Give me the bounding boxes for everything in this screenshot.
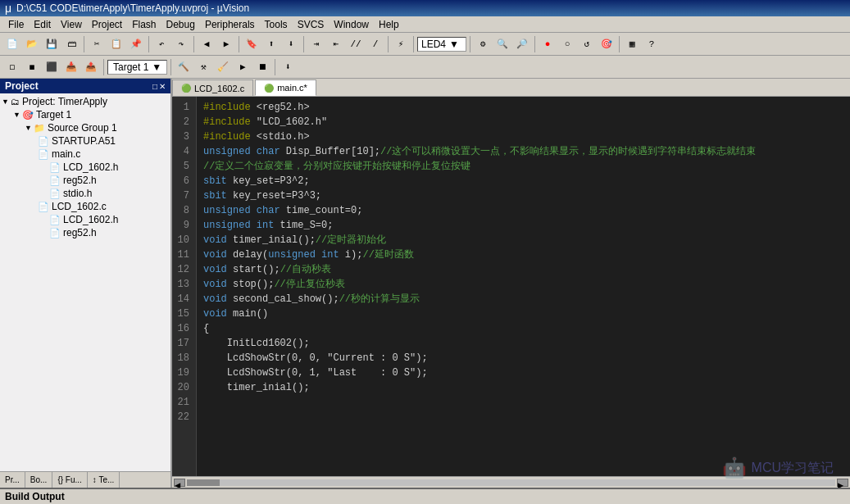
tb2-build-button[interactable]: 🔨 (175, 58, 193, 76)
menu-item-help[interactable]: Help (374, 17, 404, 32)
tree-label-6: reg52.h (63, 175, 97, 186)
line-number-16: 16 (175, 321, 189, 336)
tb2-btn2[interactable]: ◼ (23, 58, 41, 76)
editor-tab-1[interactable]: 🟢main.c* (255, 79, 316, 96)
tree-item-1[interactable]: ▼🎯Target 1 (2, 108, 169, 121)
help-button[interactable]: ? (643, 35, 661, 53)
indent-button[interactable]: ⇥ (307, 35, 325, 53)
undo-button[interactable]: ↶ (152, 35, 170, 53)
bookmark-prev-button[interactable]: ⬆ (262, 35, 280, 53)
menu-item-svcs[interactable]: SVCS (293, 17, 330, 32)
editor-tab-0[interactable]: 🟢LCD_1602.c (172, 79, 253, 96)
line-number-17: 17 (175, 336, 189, 351)
copy-button[interactable]: 📋 (107, 35, 125, 53)
tb2-btn4[interactable]: 📥 (62, 58, 80, 76)
target-dropdown[interactable]: Target 1 ▼ (107, 60, 167, 75)
tree-item-8[interactable]: 📄LCD_1602.c (2, 200, 169, 213)
tree-item-9[interactable]: 📄LCD_1602.h (2, 213, 169, 226)
new-file-button[interactable]: 📄 (3, 35, 21, 53)
run-button[interactable]: ● (539, 35, 557, 53)
tree-item-6[interactable]: 📄reg52.h (2, 174, 169, 187)
sep11 (103, 59, 104, 75)
line-number-7: 7 (175, 188, 189, 203)
scroll-left-btn[interactable]: ◀ (174, 479, 185, 487)
save-button[interactable]: 💾 (43, 35, 61, 53)
project-tab-0[interactable]: Pr... (0, 472, 25, 488)
tree-item-0[interactable]: ▼🗂Project: TimerApply (2, 95, 169, 108)
tree-icon-5: 📄 (49, 162, 61, 173)
save-all-button[interactable]: 🗃 (62, 35, 80, 53)
menu-item-edit[interactable]: Edit (29, 17, 56, 32)
build-output: Build Output Build target 'Target 1'comp… (0, 488, 850, 504)
menu-item-flash[interactable]: Flash (127, 17, 161, 32)
line-number-2: 2 (175, 115, 189, 129)
titlebar-title: D:\C51 CODE\timerApply\TimerApply.uvproj… (16, 2, 249, 14)
uncomment-button[interactable]: / (366, 35, 384, 53)
tree-item-5[interactable]: 📄LCD_1602.h (2, 161, 169, 174)
redo-button[interactable]: ↷ (172, 35, 190, 53)
tree-icon-9: 📄 (49, 215, 61, 225)
code-line-19: LcdShowStr(0, 0, "Current : 0 S"); (203, 351, 843, 366)
debug-button[interactable]: 🔍 (493, 35, 511, 53)
tree-item-2[interactable]: ▼📁Source Group 1 (2, 121, 169, 134)
tb2-btn1[interactable]: ◻ (3, 58, 21, 76)
stop-button[interactable]: ○ (558, 35, 576, 53)
tree-icon-6: 📄 (49, 175, 61, 186)
line-number-19: 19 (175, 366, 189, 380)
project-tab-1[interactable]: Bo... (25, 472, 53, 488)
project-panel-title: Project (5, 80, 39, 92)
menu-item-tools[interactable]: Tools (260, 17, 293, 32)
menu-item-debug[interactable]: Debug (161, 17, 200, 32)
open-button[interactable]: 📂 (23, 35, 41, 53)
tree-item-10[interactable]: 📄reg52.h (2, 226, 169, 239)
bookmark-next-button[interactable]: ⬇ (282, 35, 300, 53)
tb2-rebuild-button[interactable]: ⚒ (194, 58, 212, 76)
project-tab-2[interactable]: {} Fu... (52, 472, 87, 488)
hscrollbar-thumb[interactable] (187, 479, 220, 486)
project-float-btn[interactable]: □ (152, 82, 157, 91)
code-line-10: void timer_inial();//定时器初始化 (203, 233, 843, 247)
settings-button[interactable]: ⚙ (474, 35, 492, 53)
tb2-stop-button[interactable]: ⏹ (253, 58, 271, 76)
unindent-button[interactable]: ⇤ (327, 35, 345, 53)
code-editor[interactable]: 12345678910111213141516171819202122 #inc… (172, 97, 850, 476)
tree-item-4[interactable]: 📄main.c (2, 148, 169, 161)
reset-button[interactable]: ↺ (578, 35, 596, 53)
code-line-6: sbit key_set=P3^2; (203, 174, 843, 188)
editor-hscroll[interactable]: ◀ ▶ (172, 476, 850, 488)
view-toggle-button[interactable]: ▦ (623, 35, 641, 53)
target-options-button[interactable]: 🎯 (598, 35, 616, 53)
tb2-btn5[interactable]: 📤 (82, 58, 100, 76)
led4-dropdown-arrow: ▼ (449, 39, 459, 50)
tb2-run-button[interactable]: ▶ (234, 58, 252, 76)
paste-button[interactable]: 📌 (127, 35, 145, 53)
menu-item-view[interactable]: View (56, 17, 87, 32)
tree-item-3[interactable]: 📄STARTUP.A51 (2, 134, 169, 148)
menu-item-window[interactable]: Window (329, 17, 374, 32)
menu-item-file[interactable]: File (3, 17, 29, 32)
bookmark-button[interactable]: 🔖 (243, 35, 261, 53)
tb2-download-button[interactable]: ⬇ (279, 58, 297, 76)
compile-icon-button[interactable]: ⚡ (392, 35, 410, 53)
scroll-right-btn[interactable]: ▶ (837, 479, 848, 487)
nav-back-button[interactable]: ◀ (198, 35, 216, 53)
comment-button[interactable]: // (347, 35, 365, 53)
nav-fwd-button[interactable]: ▶ (217, 35, 235, 53)
tree-item-7[interactable]: 📄stdio.h (2, 187, 169, 200)
tb2-clean-button[interactable]: 🧹 (214, 58, 232, 76)
menu-item-peripherals[interactable]: Peripherals (200, 17, 260, 32)
led4-label: LED4 (421, 39, 446, 50)
debug2-button[interactable]: 🔎 (513, 35, 531, 53)
project-close-btn[interactable]: ✕ (159, 82, 166, 91)
app-icon: μ (5, 2, 11, 15)
sep12 (170, 59, 171, 75)
project-tab-3[interactable]: ↕ Te... (88, 472, 120, 488)
led4-dropdown[interactable]: LED4 ▼ (417, 37, 466, 52)
tab-icon-0: 🟢 (181, 84, 191, 93)
line-number-5: 5 (175, 159, 189, 174)
code-content[interactable]: #include <reg52.h>#include "LCD_1602.h"#… (197, 97, 850, 476)
tree-icon-1: 🎯 (22, 110, 34, 120)
menu-item-project[interactable]: Project (87, 17, 127, 32)
cut-button[interactable]: ✂ (88, 35, 106, 53)
tb2-btn3[interactable]: ⬛ (43, 58, 61, 76)
